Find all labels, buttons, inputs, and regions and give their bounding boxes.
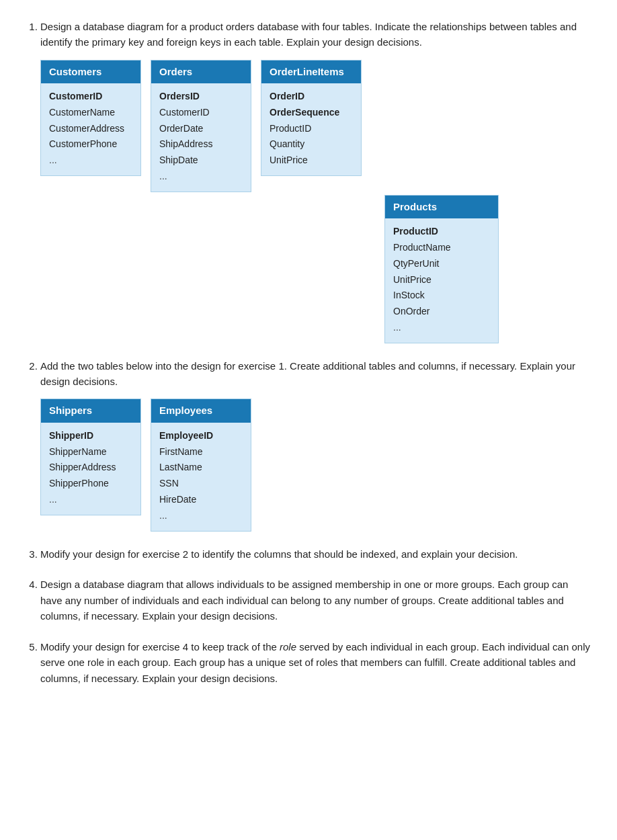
orders-field-1: CustomerID bbox=[159, 105, 243, 121]
customers-field-4: ... bbox=[49, 153, 132, 169]
orderlineitems-field-0: OrderID bbox=[270, 89, 353, 105]
exercise-1-diagram-row2: Products ProductID ProductName QtyPerUni… bbox=[40, 195, 593, 343]
customers-table: Customers CustomerID CustomerName Custom… bbox=[40, 60, 141, 176]
orders-table-body: OrdersID CustomerID OrderDate ShipAddres… bbox=[151, 83, 251, 192]
shippers-table: Shippers ShipperID ShipperName ShipperAd… bbox=[40, 398, 141, 515]
customers-field-0: CustomerID bbox=[49, 89, 132, 105]
products-field-4: InStock bbox=[393, 288, 490, 304]
products-table: Products ProductID ProductName QtyPerUni… bbox=[384, 195, 499, 343]
orders-field-3: ShipAddress bbox=[159, 136, 243, 153]
employees-field-2: LastName bbox=[159, 460, 243, 476]
orderlineitems-field-3: Quantity bbox=[270, 136, 353, 153]
products-field-3: UnitPrice bbox=[393, 272, 490, 288]
exercise-1-text: Design a database diagram for a product … bbox=[40, 19, 593, 50]
shippers-field-2: ShipperAddress bbox=[49, 460, 132, 476]
products-field-2: QtyPerUnit bbox=[393, 256, 490, 272]
exercise-5: Modify your design for exercise 4 to kee… bbox=[40, 639, 593, 687]
orders-field-2: OrderDate bbox=[159, 121, 243, 137]
products-table-header: Products bbox=[385, 196, 498, 219]
products-field-6: ... bbox=[393, 320, 490, 336]
exercise-3-text: Modify your design for exercise 2 to ide… bbox=[40, 548, 518, 560]
employees-field-3: SSN bbox=[159, 476, 243, 492]
shippers-table-body: ShipperID ShipperName ShipperAddress Shi… bbox=[41, 423, 140, 515]
exercise-5-italic: role bbox=[280, 641, 296, 653]
employees-field-5: ... bbox=[159, 508, 243, 524]
exercise-2-text: Add the two tables below into the design… bbox=[40, 358, 593, 390]
customers-field-2: CustomerAddress bbox=[49, 121, 132, 137]
orderlineitems-field-1: OrderSequence bbox=[270, 105, 353, 121]
products-field-1: ProductName bbox=[393, 240, 490, 256]
exercise-2: Add the two tables below into the design… bbox=[40, 358, 593, 532]
orderlineitems-table-header: OrderLineItems bbox=[261, 60, 361, 84]
orders-field-4: ShipDate bbox=[159, 153, 243, 169]
products-table-body: ProductID ProductName QtyPerUnit UnitPri… bbox=[385, 218, 498, 343]
exercise-3: Modify your design for exercise 2 to ide… bbox=[40, 546, 593, 562]
employees-table-header: Employees bbox=[151, 399, 251, 423]
shippers-field-4: ... bbox=[49, 492, 132, 508]
shippers-field-1: ShipperName bbox=[49, 444, 132, 460]
orderlineitems-table: OrderLineItems OrderID OrderSequence Pro… bbox=[261, 60, 362, 176]
customers-table-body: CustomerID CustomerName CustomerAddress … bbox=[41, 83, 140, 175]
exercise-5-text-part1: Modify your design for exercise 4 to kee… bbox=[40, 641, 590, 684]
shippers-field-3: ShipperPhone bbox=[49, 476, 132, 492]
orders-table: Orders OrdersID CustomerID OrderDate Shi… bbox=[151, 60, 251, 192]
employees-field-0: EmployeeID bbox=[159, 428, 243, 444]
exercise-2-diagram: Shippers ShipperID ShipperName ShipperAd… bbox=[40, 398, 593, 531]
exercise-4: Design a database diagram that allows in… bbox=[40, 577, 593, 624]
exercise-4-text: Design a database diagram that allows in… bbox=[40, 579, 568, 622]
customers-field-1: CustomerName bbox=[49, 105, 132, 121]
orders-field-5: ... bbox=[159, 169, 243, 185]
orders-field-0: OrdersID bbox=[159, 89, 243, 105]
products-field-5: OnOrder bbox=[393, 304, 490, 320]
orderlineitems-field-2: ProductID bbox=[270, 121, 353, 137]
orderlineitems-field-4: UnitPrice bbox=[270, 153, 353, 169]
employees-table: Employees EmployeeID FirstName LastName … bbox=[151, 398, 251, 531]
exercise-1-diagram: Customers CustomerID CustomerName Custom… bbox=[40, 60, 593, 192]
shippers-field-0: ShipperID bbox=[49, 428, 132, 444]
orderlineitems-table-body: OrderID OrderSequence ProductID Quantity… bbox=[261, 83, 361, 175]
employees-field-1: FirstName bbox=[159, 444, 243, 460]
shippers-table-header: Shippers bbox=[41, 399, 140, 423]
exercise-1: Design a database diagram for a product … bbox=[40, 19, 593, 343]
products-field-0: ProductID bbox=[393, 224, 490, 240]
customers-field-3: CustomerPhone bbox=[49, 136, 132, 153]
employees-field-4: HireDate bbox=[159, 492, 243, 508]
customers-table-header: Customers bbox=[41, 60, 140, 84]
orders-table-header: Orders bbox=[151, 60, 251, 84]
employees-table-body: EmployeeID FirstName LastName SSN HireDa… bbox=[151, 423, 251, 531]
